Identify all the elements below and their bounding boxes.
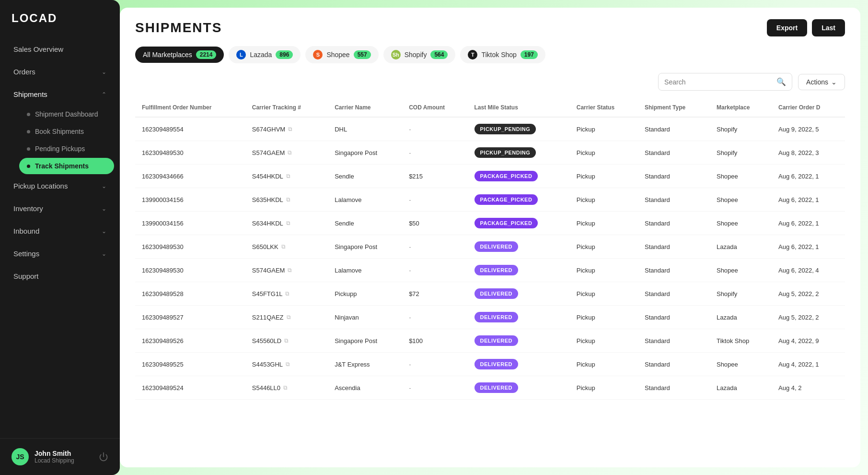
sidebar-item-pending-pickups[interactable]: Pending Pickups xyxy=(19,141,114,157)
tracking-number: S45FTG1L xyxy=(252,290,283,297)
dash-value: - xyxy=(409,126,411,133)
edit-icon[interactable]: ⧉ xyxy=(286,173,290,179)
cell-shipment-type: Standard xyxy=(638,306,710,329)
lazada-icon: L xyxy=(236,50,246,59)
sidebar-item-label: Orders xyxy=(13,68,35,76)
cell-carrier-name: Lalamove xyxy=(328,188,402,212)
cell-marketplace: Shopee xyxy=(710,165,772,188)
marketplace-tabs: All Marketplaces 2214 L Lazada 896 S Sho… xyxy=(135,46,845,63)
sidebar-item-shipments[interactable]: Shipments ⌃ xyxy=(6,83,114,105)
bullet-icon xyxy=(27,147,30,151)
edit-icon[interactable]: ⧉ xyxy=(288,126,292,132)
last-button[interactable]: Last xyxy=(812,19,845,36)
tracking-number: S574GAEM xyxy=(252,267,285,274)
edit-icon[interactable]: ⧉ xyxy=(284,337,289,344)
marketplace-tab-lazada[interactable]: L Lazada 896 xyxy=(229,46,301,63)
marketplace-tab-shopify[interactable]: Sh Shopify 564 xyxy=(383,46,456,63)
search-input[interactable] xyxy=(664,78,773,86)
marketplace-count: 896 xyxy=(276,50,293,59)
sidebar-item-sales-overview[interactable]: Sales Overview xyxy=(6,38,114,60)
marketplace-tab-shopee[interactable]: S Shopee 557 xyxy=(305,46,378,63)
sidebar-item-book-shipments[interactable]: Book Shipments xyxy=(19,123,114,140)
status-badge: DELIVERED xyxy=(475,265,518,275)
cell-marketplace: Shopee xyxy=(710,353,772,376)
cell-carrier-status: Pickup xyxy=(570,188,638,212)
sidebar-item-label: Sales Overview xyxy=(13,45,63,53)
actions-dropdown[interactable]: Actions ⌄ xyxy=(798,74,845,90)
edit-icon[interactable]: ⧉ xyxy=(283,384,288,391)
cell-last-mile-status: DELIVERED xyxy=(468,259,570,282)
sidebar-item-pickup-locations[interactable]: Pickup Locations ⌄ xyxy=(6,175,114,197)
edit-icon[interactable]: ⧉ xyxy=(281,243,286,250)
chevron-down-icon: ⌄ xyxy=(102,250,106,257)
tracking-number: S574GAEM xyxy=(252,149,285,156)
sidebar-nav: Sales Overview Orders ⌄ Shipments ⌃ Ship… xyxy=(0,38,120,438)
sidebar-item-support[interactable]: Support xyxy=(6,265,114,287)
cell-carrier-tracking: S45FTG1L ⧉ xyxy=(245,282,328,306)
cell-shipment-type: Standard xyxy=(638,141,710,165)
dash-value: - xyxy=(409,361,411,368)
sidebar-item-orders[interactable]: Orders ⌄ xyxy=(6,61,114,83)
shipments-table: Fulfillment Order Number Carrier Trackin… xyxy=(135,98,845,400)
sidebar-item-inventory[interactable]: Inventory ⌄ xyxy=(6,198,114,219)
sidebar-item-track-shipments[interactable]: Track Shipments xyxy=(19,158,114,174)
table-row: 162309489526 S45560LD ⧉ Singapore Post $… xyxy=(135,329,845,353)
header-actions: Export Last xyxy=(767,19,845,36)
marketplace-label: Lazada xyxy=(250,51,272,59)
cell-last-mile-status: DELIVERED xyxy=(468,282,570,306)
sidebar-item-settings[interactable]: Settings ⌄ xyxy=(6,243,114,264)
edit-icon[interactable]: ⧉ xyxy=(287,314,291,321)
search-container[interactable]: 🔍 xyxy=(658,73,792,91)
sidebar-item-label: Shipment Dashboard xyxy=(35,110,98,118)
cell-carrier-status: Pickup xyxy=(570,235,638,259)
cell-cod-amount: $215 xyxy=(402,165,467,188)
sidebar-footer: JS John Smith Locad Shipping xyxy=(0,438,120,475)
cell-carrier-order-date: Aug 6, 2022, 1 xyxy=(772,235,845,259)
status-badge: DELIVERED xyxy=(475,312,518,322)
cell-last-mile-status: PICKUP_PENDING xyxy=(468,141,570,165)
export-button[interactable]: Export xyxy=(767,19,807,36)
shopify-icon: Sh xyxy=(391,50,401,59)
cell-marketplace: Shopee xyxy=(710,188,772,212)
cell-carrier-tracking: S454HKDL ⧉ xyxy=(245,165,328,188)
cell-carrier-order-date: Aug 6, 2022, 1 xyxy=(772,188,845,212)
shopee-icon: S xyxy=(313,50,323,59)
edit-icon[interactable]: ⧉ xyxy=(286,220,290,226)
cell-carrier-tracking: S5446LL0 ⧉ xyxy=(245,376,328,400)
cell-shipment-type: Standard xyxy=(638,117,710,141)
bullet-icon xyxy=(27,165,30,168)
chevron-up-icon: ⌃ xyxy=(102,91,106,98)
edit-icon[interactable]: ⧉ xyxy=(286,196,290,203)
edit-icon[interactable]: ⧉ xyxy=(288,267,292,273)
edit-icon[interactable]: ⧉ xyxy=(288,149,292,156)
tracking-number: S650LKK xyxy=(252,243,278,250)
cell-carrier-name: Ninjavan xyxy=(328,306,402,329)
cell-carrier-name: DHL xyxy=(328,117,402,141)
cell-carrier-status: Pickup xyxy=(570,165,638,188)
search-actions-bar: 🔍 Actions ⌄ xyxy=(120,73,860,91)
edit-icon[interactable]: ⧉ xyxy=(286,361,290,368)
power-icon[interactable] xyxy=(99,452,108,462)
cell-carrier-name: Lalamove xyxy=(328,259,402,282)
cell-carrier-status: Pickup xyxy=(570,353,638,376)
cell-shipment-type: Standard xyxy=(638,212,710,235)
status-badge: DELIVERED xyxy=(475,288,518,299)
sidebar-item-label: Track Shipments xyxy=(35,162,89,170)
cell-cod-amount: $100 xyxy=(402,329,467,353)
sidebar-item-inbound[interactable]: Inbound ⌄ xyxy=(6,220,114,242)
marketplace-tab-tiktok[interactable]: T Tiktok Shop 197 xyxy=(460,46,545,63)
cell-last-mile-status: PACKAGE_PICKED xyxy=(468,165,570,188)
bullet-icon xyxy=(27,113,30,116)
cell-fulfillment-order: 162309489525 xyxy=(135,353,245,376)
cell-fulfillment-order: 162309489527 xyxy=(135,306,245,329)
cell-cod-amount: - xyxy=(402,259,467,282)
cell-carrier-tracking: S574GAEM ⧉ xyxy=(245,141,328,165)
marketplace-label: All Marketplaces xyxy=(143,51,192,59)
marketplace-tab-all[interactable]: All Marketplaces 2214 xyxy=(135,47,224,63)
edit-icon[interactable]: ⧉ xyxy=(285,290,289,297)
cell-marketplace: Shopify xyxy=(710,141,772,165)
sidebar-item-shipment-dashboard[interactable]: Shipment Dashboard xyxy=(19,106,114,122)
col-fulfillment-order: Fulfillment Order Number xyxy=(135,98,245,117)
cell-carrier-status: Pickup xyxy=(570,306,638,329)
cell-last-mile-status: DELIVERED xyxy=(468,235,570,259)
